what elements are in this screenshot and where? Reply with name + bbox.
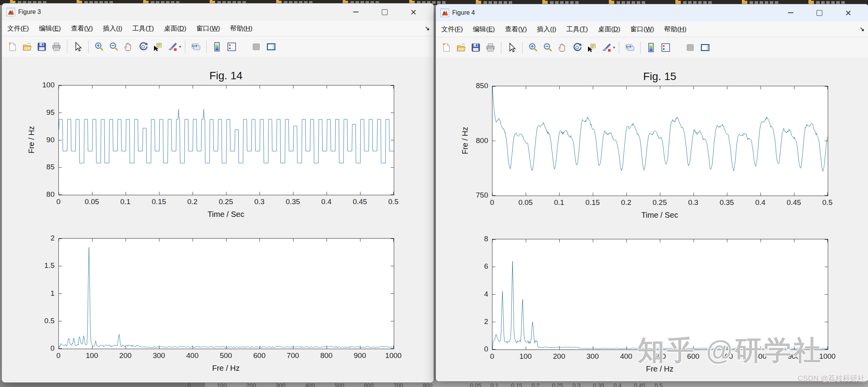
background-number: 0.45 <box>634 382 645 387</box>
minimize-button[interactable] <box>782 7 800 19</box>
menu-item-desktop[interactable]: 桌面(D) <box>164 24 186 33</box>
close-button[interactable] <box>839 7 857 19</box>
menu-item-help[interactable]: 帮助(H) <box>664 25 687 34</box>
y-tick-label: 4 <box>465 290 488 298</box>
cursor-arrow-icon[interactable] <box>505 41 518 54</box>
menu-item-insert[interactable]: 插入(I) <box>537 25 556 34</box>
x-tick-label: 0 <box>56 351 61 360</box>
y-axis-label: Fre / Hz <box>27 121 36 158</box>
x-tick-label: 0.45 <box>787 198 801 207</box>
maximize-button[interactable] <box>810 7 828 19</box>
insert-legend-icon[interactable] <box>659 41 672 54</box>
zhihu-watermark: 知乎 @研学社 <box>637 332 823 369</box>
close-icon <box>845 10 851 16</box>
menu-item-window[interactable]: 窗口(W) <box>196 24 220 33</box>
toolbar-separator <box>206 41 207 53</box>
menu-item-insert[interactable]: 插入(I) <box>103 24 122 33</box>
zoom-in-icon[interactable] <box>92 40 106 53</box>
figure4-titlebar[interactable]: Figure 4 <box>436 4 868 21</box>
background-number: 0.05 <box>470 382 481 387</box>
menu-item-view[interactable]: 查看(V) <box>71 24 93 33</box>
x-tick-label: 200 <box>553 352 566 361</box>
figure4-menubar: 文件(F)编辑(E)查看(V)插入(I)工具(T)桌面(D)窗口(W)帮助(H)… <box>436 21 868 37</box>
show-plot-tools-icon[interactable] <box>265 40 278 53</box>
save-figure-icon[interactable] <box>35 40 48 53</box>
toolbar-separator <box>67 41 67 53</box>
toolbar-separator <box>501 41 501 54</box>
print-figure-icon[interactable] <box>484 41 497 54</box>
figure4-toolbar: ▾ <box>436 37 868 58</box>
menu-item-help[interactable]: 帮助(H) <box>230 24 253 33</box>
dock-figure-arrow[interactable]: ↘ <box>859 26 865 32</box>
brush-dropdown-icon[interactable]: ▾ <box>179 44 181 49</box>
y-tick-label: 95 <box>31 108 55 117</box>
background-number: 0.5 <box>654 382 663 387</box>
x-tick-label: 0.35 <box>286 198 300 206</box>
open-file-icon[interactable] <box>455 41 468 54</box>
y-tick-label: 1.5 <box>31 261 55 270</box>
figure3-titlebar[interactable]: Figure 3 <box>2 3 434 20</box>
background-number: 0.25 <box>552 382 563 387</box>
x-tick-label: 500 <box>220 351 232 360</box>
fig15-time-plot <box>492 86 828 196</box>
insert-legend-icon[interactable] <box>225 40 238 53</box>
link-plot-icon[interactable] <box>623 41 636 54</box>
zoom-in-icon[interactable] <box>526 41 540 54</box>
menu-item-edit[interactable]: 编辑(E) <box>473 25 495 34</box>
menu-item-view[interactable]: 查看(V) <box>505 25 527 34</box>
y-tick-label: 750 <box>465 191 488 199</box>
new-file-icon[interactable] <box>6 40 19 53</box>
x-tick-label: 100 <box>86 351 98 360</box>
menu-item-tools[interactable]: 工具(T) <box>132 24 154 33</box>
pan-hand-icon[interactable] <box>556 41 569 54</box>
toolbar-separator <box>522 41 523 54</box>
new-file-icon[interactable] <box>440 41 453 54</box>
menu-item-edit[interactable]: 编辑(E) <box>39 24 61 33</box>
brush-data-icon[interactable] <box>166 40 179 53</box>
cursor-arrow-icon[interactable] <box>71 40 84 53</box>
x-tick-label: 100 <box>519 352 532 361</box>
rotate-3d-icon[interactable] <box>571 41 584 54</box>
fig14-time-line <box>59 85 394 195</box>
save-figure-icon[interactable] <box>469 41 482 54</box>
x-tick-label: 0.3 <box>688 198 698 207</box>
print-figure-icon[interactable] <box>50 40 63 53</box>
hide-plot-tools-icon[interactable] <box>684 41 697 54</box>
brush-data-icon[interactable] <box>600 41 613 54</box>
close-button[interactable] <box>404 6 422 18</box>
window-title: Figure 4 <box>452 9 475 16</box>
minimize-button[interactable] <box>347 6 365 18</box>
pan-hand-icon[interactable] <box>122 40 135 53</box>
toolbar-separator <box>640 41 641 54</box>
insert-colorbar-icon[interactable] <box>210 40 224 53</box>
rotate-3d-icon[interactable] <box>137 40 150 53</box>
brush-dropdown-icon[interactable]: ▾ <box>613 45 615 49</box>
menu-item-window[interactable]: 窗口(W) <box>630 25 654 34</box>
x-axis-label: Time / Sec <box>208 210 244 219</box>
figure3-window: Figure 3 文件(F)编辑(E)查看(V)插入(I)工具(T)桌面(D)窗… <box>2 3 434 383</box>
zoom-out-icon[interactable] <box>107 40 120 53</box>
link-plot-icon[interactable] <box>189 40 202 53</box>
plot-title: Fig. 15 <box>643 70 677 83</box>
data-cursor-icon[interactable] <box>151 40 164 53</box>
maximize-button[interactable] <box>376 6 393 18</box>
menu-item-desktop[interactable]: 桌面(D) <box>598 25 620 34</box>
hide-plot-tools-icon[interactable] <box>250 40 263 53</box>
matlab-icon <box>7 8 15 16</box>
menu-item-file[interactable]: 文件(F) <box>7 24 29 33</box>
x-tick-label: 0.45 <box>353 198 367 206</box>
insert-colorbar-icon[interactable] <box>644 41 658 54</box>
x-axis-label: Fre / Hz <box>212 364 239 373</box>
zoom-out-icon[interactable] <box>541 41 554 54</box>
dock-figure-arrow[interactable]: ↘ <box>425 25 430 32</box>
x-tick-label: 0.05 <box>85 198 99 206</box>
show-plot-tools-icon[interactable] <box>699 41 712 54</box>
open-file-icon[interactable] <box>21 40 34 53</box>
maximize-icon <box>382 9 388 15</box>
data-cursor-icon[interactable] <box>585 41 598 54</box>
x-tick-label: 300 <box>586 352 599 361</box>
menu-item-tools[interactable]: 工具(T) <box>566 25 588 34</box>
menu-item-file[interactable]: 文件(F) <box>441 25 463 34</box>
x-tick-label: 0 <box>56 198 61 206</box>
background-number: 0.2 <box>531 382 540 387</box>
